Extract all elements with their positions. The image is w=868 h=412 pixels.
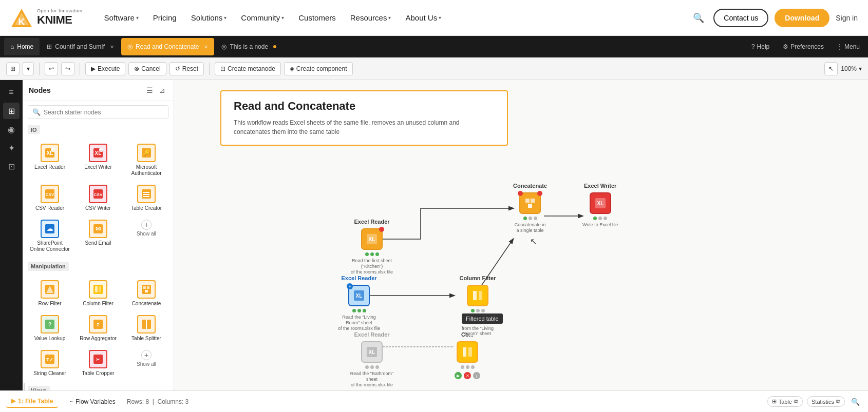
node-item-excel-writer[interactable]: XL→ Excel Writer — [76, 142, 120, 179]
expand-button[interactable]: ▾ — [23, 62, 34, 75]
sidebar-icon-bar: ≡ ⊞ ◉ ✦ ⊡ — [0, 80, 23, 390]
workflow-canvas[interactable]: Read and Concatenate This workflow reads… — [174, 80, 868, 390]
port-dot — [481, 309, 485, 312]
sidebar-icon-text[interactable]: ≡ — [3, 84, 20, 101]
close-icon[interactable]: ✕ — [204, 44, 208, 50]
nav-software[interactable]: Software ▾ — [98, 9, 145, 26]
search-input[interactable] — [44, 109, 164, 116]
canvas-node-column-filter-2[interactable]: Co... ▶ ✕ ( — [455, 331, 480, 379]
canvas-node-excel-reader-2[interactable]: Excel Reader XL + Read the "Living Room"… — [336, 275, 382, 331]
node-item-row-filter[interactable]: Row Filter — [28, 278, 72, 309]
preferences-button[interactable]: ⚙ Preferences — [778, 41, 829, 52]
node-item-row-aggregator[interactable]: Σ Row Aggregator — [76, 313, 120, 344]
tab-this-is-a-node[interactable]: ◎ This is a node — [215, 38, 282, 55]
logo[interactable]: K Open for Innovation KNIME — [10, 8, 83, 28]
download-button[interactable]: Download — [775, 9, 829, 27]
io-section-label: IO — [28, 125, 40, 134]
menu-button[interactable]: ⋮ Menu — [832, 41, 864, 52]
port-dot — [593, 217, 597, 220]
node-item-string-cleaner[interactable]: T✓ String Cleaner — [28, 348, 72, 379]
close-icon[interactable]: ✕ — [110, 44, 114, 50]
node-item-csv-writer[interactable]: CSV CSV Writer — [76, 183, 120, 213]
canvas-node-excel-reader-1[interactable]: Excel Reader XL Read the first sheet ("K… — [349, 219, 395, 274]
pointer-tool[interactable]: ↖ — [824, 62, 838, 75]
sidebar-icon-extensions[interactable]: ✦ — [3, 140, 20, 156]
toolbar-separator — [209, 63, 210, 75]
node-label: Value Lookup — [34, 336, 65, 342]
layout-button[interactable]: ⊞ — [6, 62, 20, 75]
node-panel-actions: ☰ ⊿ — [144, 85, 167, 95]
toolbar-separator — [80, 63, 80, 75]
bottom-search-button[interactable]: 🔍 — [849, 397, 862, 407]
node-sublabel: Read the first sheet ("Kitchen")of the r… — [349, 258, 395, 274]
nav-solutions[interactable]: Solutions ▾ — [185, 9, 233, 26]
node-label: String Cleaner — [33, 370, 66, 377]
list-view-button[interactable]: ☰ — [144, 85, 155, 95]
node-item-table-creator[interactable]: Table Creator — [124, 183, 168, 213]
search-button[interactable]: 🔍 — [690, 9, 707, 27]
tab-read-concatenate[interactable]: ◎ Read and Concatenate ✕ — [121, 38, 214, 55]
svg-text:🔑: 🔑 — [143, 149, 150, 156]
node-icon: XL→ — [41, 144, 59, 162]
port-dot — [471, 309, 475, 312]
port-dot — [603, 217, 607, 220]
tab-home[interactable]: ⌂ Home — [4, 38, 40, 55]
cancel-button[interactable]: ⊗ Cancel — [128, 62, 166, 75]
node-item-table-cropper[interactable]: ✂ Table Cropper — [76, 348, 120, 379]
bottom-tab-file-table[interactable]: ▶ 1: File Table — [6, 396, 58, 408]
canvas-node-excel-reader-3[interactable]: Excel Reader XL Read the "Bathroom" shee… — [349, 331, 395, 387]
statistics-pill[interactable]: Statistics ⧉ — [807, 396, 845, 407]
bottom-tab-flow-variables[interactable]: ~ Flow Variables — [64, 396, 120, 407]
undo-button[interactable]: ↩ — [45, 62, 58, 75]
port-dot — [534, 217, 537, 220]
sidebar-icon-nodes[interactable]: ⊞ — [3, 103, 20, 119]
reset-button[interactable]: ↺ Reset — [169, 62, 204, 75]
node-panel-title: Nodes — [29, 86, 51, 94]
nav-customers[interactable]: Customers — [292, 9, 342, 26]
node-icon: ☁ — [41, 220, 59, 238]
nav-pricing[interactable]: Pricing — [147, 9, 183, 26]
node-icon — [137, 315, 156, 333]
rows-status: Rows: 8 | Columns: 3 — [127, 398, 189, 405]
tab-countif[interactable]: ⊞ CountIf and SumIf ✕ — [41, 38, 120, 55]
redo-button[interactable]: ↪ — [61, 62, 74, 75]
signin-button[interactable]: Sign in — [836, 14, 858, 22]
show-all-manip-button[interactable]: + Show all — [124, 348, 168, 379]
svg-rect-46 — [525, 199, 530, 203]
node-item-concatenate[interactable]: Concatenate — [124, 278, 168, 309]
table-pill[interactable]: ⊞ Table ⧉ — [767, 396, 803, 407]
execute-button[interactable]: ▶ Execute — [85, 62, 125, 75]
nav-about[interactable]: About Us ▾ — [399, 9, 447, 26]
svg-text:XL: XL — [369, 237, 375, 242]
node-item-table-splitter[interactable]: Table Splitter — [124, 313, 168, 344]
workflow-title-box: Read and Concatenate This workflow reads… — [220, 90, 508, 146]
node-icon: T✓ — [41, 350, 59, 368]
canvas-node-column-filter-1[interactable]: Column Filter Exclude the commentsfrom t… — [455, 275, 501, 337]
node-item-sharepoint[interactable]: ☁ SharePoint Online Connector — [28, 218, 72, 254]
home-icon: ⌂ — [10, 43, 14, 50]
node-label: Row Aggregator — [80, 336, 117, 342]
node-item-ms-auth[interactable]: 🔑 Microsoft Authenticator — [124, 142, 168, 179]
play-icon: ▶ — [11, 398, 15, 404]
node-item-send-email[interactable]: ✉ Send Email — [76, 218, 120, 254]
nav-community[interactable]: Community ▾ — [235, 9, 290, 26]
canvas-node-excel-writer[interactable]: Excel Writer XL Write to Excel file — [582, 183, 618, 228]
show-all-label: Show all — [137, 361, 156, 367]
sidebar-icon-explore[interactable]: ◉ — [3, 121, 20, 138]
canvas-node-concatenate[interactable]: Concatenate Concatenate ina single table — [513, 183, 547, 233]
node-item-excel-reader[interactable]: XL→ Excel Reader — [28, 142, 72, 179]
svg-rect-31 — [143, 286, 146, 289]
contact-us-button[interactable]: Contact us — [713, 9, 768, 27]
svg-rect-48 — [528, 204, 532, 208]
create-metanode-button[interactable]: ⊡ Create metanode — [215, 62, 281, 75]
node-item-value-lookup[interactable]: ? Value Lookup — [28, 313, 72, 344]
port-dot — [370, 365, 374, 369]
show-all-io-button[interactable]: + Show all — [124, 218, 168, 254]
sidebar-icon-workflow[interactable]: ⊡ — [3, 158, 20, 174]
nav-resources[interactable]: Resources ▾ — [344, 9, 398, 26]
create-component-button[interactable]: ◈ Create component — [284, 62, 353, 75]
filter-button[interactable]: ⊿ — [157, 85, 167, 95]
help-button[interactable]: ? Help — [746, 41, 775, 52]
node-item-column-filter[interactable]: Column Filter — [76, 278, 120, 309]
node-item-csv-reader[interactable]: CSV CSV Reader — [28, 183, 72, 213]
